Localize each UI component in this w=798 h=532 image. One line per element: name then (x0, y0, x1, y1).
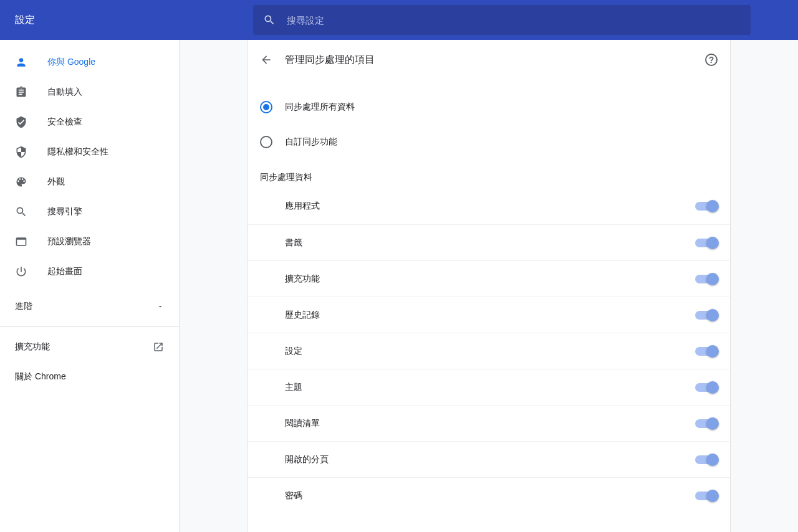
sidebar: 你與 Google 自動填入 安全檢查 隱私權和安全性 外觀 搜尋引擎 預設瀏覽… (0, 40, 180, 532)
sidebar-link-extensions[interactable]: 擴充功能 (0, 332, 179, 362)
toggle-switch[interactable] (695, 275, 718, 283)
panel-header: 管理同步處理的項目 ? (248, 40, 730, 80)
toggle-label: 主題 (285, 382, 302, 393)
sidebar-item-on-startup[interactable]: 起始畫面 (0, 257, 179, 287)
search-input[interactable] (287, 15, 741, 26)
sidebar-item-label: 外觀 (47, 176, 65, 188)
toggle-switch[interactable] (695, 347, 718, 356)
chevron-down-icon (156, 303, 164, 310)
toggle-label: 擴充功能 (285, 273, 320, 285)
radio-icon (260, 101, 272, 113)
toggle-row: 開啟的分頁 (248, 441, 730, 477)
sidebar-item-appearance[interactable]: 外觀 (0, 167, 179, 197)
toggle-switch[interactable] (695, 311, 718, 320)
search-icon (15, 206, 27, 218)
toggle-row: 書籤 (248, 224, 730, 260)
settings-panel: 管理同步處理的項目 ? 同步處理所有資料 自訂同步功能 同步處理資料 應用程式書… (247, 40, 731, 532)
sidebar-item-default-browser[interactable]: 預設瀏覽器 (0, 227, 179, 257)
sidebar-item-label: 安全檢查 (47, 116, 82, 128)
toggle-row: 擴充功能 (248, 260, 730, 297)
sidebar-item-safety-check[interactable]: 安全檢查 (0, 107, 179, 137)
toggle-label: 書籤 (285, 237, 302, 249)
toggle-switch[interactable] (695, 202, 718, 211)
divider (0, 326, 179, 327)
toggle-label: 開啟的分頁 (285, 454, 329, 465)
sidebar-item-you-and-google[interactable]: 你與 Google (0, 47, 179, 77)
sidebar-item-search-engine[interactable]: 搜尋引擎 (0, 197, 179, 227)
toggle-row: 密碼 (248, 477, 730, 513)
shield-check-icon (15, 116, 27, 128)
sidebar-advanced[interactable]: 進階 (0, 292, 179, 321)
toggle-row: 應用程式 (248, 188, 730, 224)
toggle-row: 設定 (248, 333, 730, 369)
back-arrow-icon[interactable] (260, 54, 272, 66)
sidebar-item-label: 自動填入 (47, 87, 82, 98)
radio-sync-everything[interactable]: 同步處理所有資料 (248, 90, 730, 125)
sidebar-link-about[interactable]: 關於 Chrome (0, 362, 179, 392)
toggle-switch[interactable] (695, 419, 718, 428)
panel-title: 管理同步處理的項目 (285, 54, 705, 67)
radio-label: 同步處理所有資料 (285, 102, 355, 113)
toggle-label: 應用程式 (285, 201, 320, 212)
search-icon (263, 14, 276, 26)
browser-icon (15, 235, 27, 248)
toggle-row: 主題 (248, 369, 730, 405)
external-link-icon (153, 341, 164, 353)
main-area: 管理同步處理的項目 ? 同步處理所有資料 自訂同步功能 同步處理資料 應用程式書… (180, 40, 798, 532)
help-icon[interactable]: ? (705, 54, 718, 66)
person-icon (15, 56, 27, 69)
palette-icon (15, 176, 27, 188)
sidebar-item-label: 起始畫面 (47, 266, 82, 277)
sidebar-item-privacy-security[interactable]: 隱私權和安全性 (0, 137, 179, 167)
toggle-switch[interactable] (695, 455, 718, 464)
section-title: 同步處理資料 (248, 159, 730, 188)
toggle-row: 閱讀清單 (248, 405, 730, 441)
radio-label: 自訂同步功能 (285, 136, 337, 148)
toggle-label: 閱讀清單 (285, 418, 320, 429)
app-title: 設定 (15, 14, 35, 27)
clipboard-icon (15, 86, 27, 98)
toggle-label: 密碼 (285, 490, 302, 501)
toggle-switch[interactable] (695, 239, 718, 247)
sidebar-link-label: 關於 Chrome (15, 371, 66, 382)
sidebar-item-autofill[interactable]: 自動填入 (0, 77, 179, 107)
toggle-switch[interactable] (695, 383, 718, 392)
sidebar-item-label: 你與 Google (47, 57, 95, 68)
app-header: 設定 (0, 0, 798, 40)
toggle-switch[interactable] (695, 492, 718, 500)
sidebar-item-label: 隱私權和安全性 (47, 146, 108, 158)
power-icon (15, 265, 27, 278)
shield-icon (15, 146, 27, 158)
toggle-label: 設定 (285, 346, 302, 357)
search-box[interactable] (253, 5, 751, 35)
sidebar-item-label: 搜尋引擎 (47, 206, 82, 217)
toggle-label: 歷史記錄 (285, 310, 320, 321)
sidebar-item-label: 預設瀏覽器 (47, 236, 91, 247)
radio-custom-sync[interactable]: 自訂同步功能 (248, 125, 730, 159)
toggle-row: 歷史記錄 (248, 297, 730, 333)
sidebar-advanced-label: 進階 (15, 301, 32, 312)
sidebar-link-label: 擴充功能 (15, 341, 50, 353)
radio-icon (260, 136, 272, 148)
